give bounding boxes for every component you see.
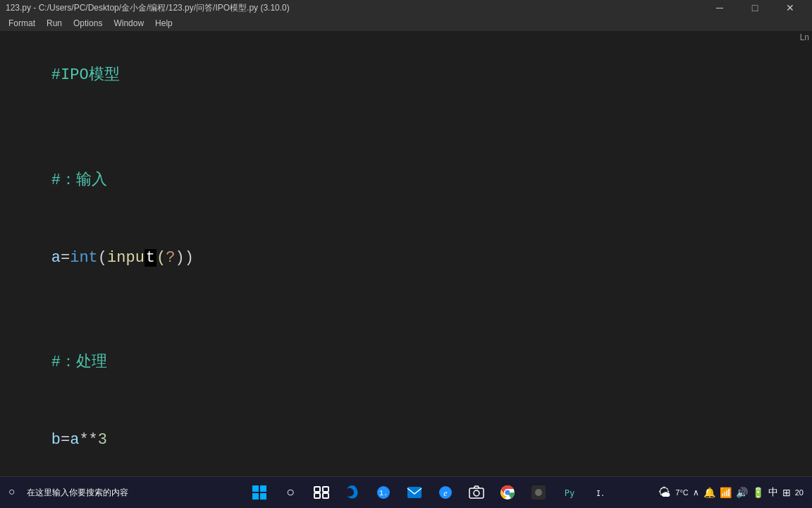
weather-icon: 🌤	[658, 485, 671, 500]
code-line-process: b=a**3	[14, 403, 798, 476]
svg-text:e: e	[443, 488, 448, 498]
code-line-blank2	[14, 298, 798, 322]
svg-rect-5	[323, 487, 328, 492]
taskbar-search-icon: ○	[8, 486, 21, 499]
code-line-title: #IPO模型	[14, 38, 798, 113]
keyboard-layout: ⊞	[782, 487, 791, 498]
svg-rect-0	[252, 485, 259, 492]
battery-icon: 🔋	[752, 487, 764, 498]
svg-text:I.: I.	[596, 490, 605, 497]
title-bar: 123.py - C:/Users/PC/Desktop/金小金/编程/123.…	[0, 0, 812, 16]
mail-icon[interactable]	[400, 478, 429, 507]
svg-rect-1	[260, 485, 266, 492]
taskbar-app-icons: ○ 1.	[245, 478, 615, 507]
app-icon-dark[interactable]	[524, 478, 553, 507]
app-icon-2[interactable]: I.	[586, 478, 615, 507]
code-line-process-comment: #：处理	[14, 325, 798, 400]
ime-indicator[interactable]: 中	[768, 486, 778, 499]
maximize-button[interactable]: □	[739, 0, 771, 16]
svg-rect-6	[314, 493, 320, 498]
system-time: 20	[795, 488, 804, 497]
edge-icon[interactable]	[338, 478, 367, 507]
menu-bar: Format Run Options Window Help	[0, 16, 812, 31]
svg-rect-4	[314, 487, 320, 492]
window-controls: ─ □ ✕	[703, 0, 806, 16]
code-line-input-comment: #：输入	[14, 143, 798, 218]
svg-rect-2	[252, 493, 259, 500]
menu-window[interactable]: Window	[108, 17, 149, 30]
temperature-display: 7°C	[675, 488, 688, 497]
app-icon-1[interactable]: 1.	[369, 478, 398, 507]
notification-icon: 🔔	[703, 487, 715, 498]
text-cursor: t	[144, 249, 156, 267]
chrome-icon[interactable]	[493, 478, 522, 507]
svg-point-14	[474, 490, 479, 496]
title-text: 123.py - C:/Users/PC/Desktop/金小金/编程/123.…	[6, 2, 290, 14]
menu-run[interactable]: Run	[41, 17, 68, 30]
svg-rect-3	[260, 493, 266, 500]
svg-text:Py: Py	[565, 488, 574, 498]
python-icon[interactable]: Py	[555, 478, 584, 507]
status-ln: Ln	[797, 31, 812, 44]
svg-rect-7	[323, 493, 328, 498]
taskbar-search-area: ○ 在这里输入你要搜索的内容	[3, 483, 242, 502]
chevron-up-icon[interactable]: ∧	[693, 488, 699, 497]
volume-icon: 🔊	[736, 487, 748, 498]
taskbar: ○ 在这里输入你要搜索的内容 ○	[0, 476, 812, 508]
start-button[interactable]	[245, 478, 273, 507]
ie-icon[interactable]: e	[431, 478, 460, 507]
close-button[interactable]: ✕	[774, 0, 806, 16]
code-line-blank1	[14, 116, 798, 140]
system-tray: 🌤 7°C ∧ 🔔 📶 🔊 🔋 中 ⊞ 20	[658, 485, 809, 500]
menu-format[interactable]: Format	[3, 17, 41, 30]
svg-point-16	[505, 490, 510, 495]
network-icon: 📶	[720, 487, 732, 498]
menu-help[interactable]: Help	[149, 17, 178, 30]
taskview-button[interactable]	[307, 478, 336, 507]
svg-text:1.: 1.	[379, 490, 388, 497]
menu-options[interactable]: Options	[68, 17, 108, 30]
minimize-button[interactable]: ─	[703, 0, 736, 16]
code-editor[interactable]: #IPO模型 #：输入 a=int(input(?)) #：处理 b=a**3 …	[0, 31, 812, 476]
svg-rect-13	[469, 488, 484, 498]
svg-rect-10	[407, 487, 422, 498]
taskbar-search-placeholder[interactable]: 在这里输入你要搜索的内容	[27, 487, 128, 499]
svg-point-18	[535, 489, 542, 496]
code-line-input: a=int(input(?))	[14, 220, 798, 295]
cortana-button[interactable]: ○	[276, 478, 304, 507]
camera-icon[interactable]	[462, 478, 491, 507]
